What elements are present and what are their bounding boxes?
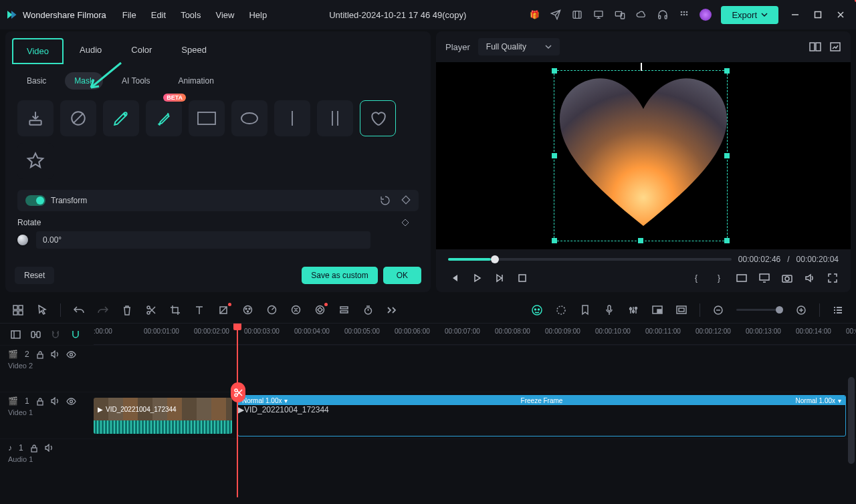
track-header-video1[interactable]: 🎬 1 Video 1: [0, 392, 94, 438]
brush-mask-icon[interactable]: BETA: [146, 100, 182, 136]
zoom-in-icon[interactable]: [795, 304, 807, 316]
rotate-value-input[interactable]: 0.00°: [36, 231, 370, 249]
collapse-tracks-icon[interactable]: [9, 328, 21, 340]
track-select-icon[interactable]: [338, 304, 350, 316]
timeline-tracks[interactable]: :00:0000:00:01:0000:00:02:0000:00:03:000…: [94, 324, 856, 497]
resize-handle-nw[interactable]: [552, 68, 557, 74]
subtab-mask[interactable]: Mask: [65, 72, 103, 90]
maximize-icon[interactable]: [813, 10, 823, 19]
clip-vid1-b[interactable]: Normal 1.00x▾ Freeze Frame Normal 1.00x▾…: [237, 395, 846, 436]
tab-audio[interactable]: Audio: [66, 38, 115, 64]
resize-handle-e[interactable]: [724, 153, 730, 158]
display-icon[interactable]: [758, 272, 770, 284]
fullscreen-icon[interactable]: [827, 272, 839, 284]
ratio-icon[interactable]: [736, 272, 748, 284]
next-frame-icon[interactable]: [494, 272, 506, 284]
lock-icon[interactable]: [36, 350, 44, 359]
pen-mask-icon[interactable]: [103, 100, 139, 136]
resize-handle-se[interactable]: [724, 238, 730, 243]
marker-icon[interactable]: [579, 304, 591, 316]
menu-help[interactable]: Help: [249, 10, 267, 20]
keyframe-transform-icon[interactable]: [401, 195, 411, 206]
crop-icon[interactable]: [169, 304, 181, 316]
gift-icon[interactable]: 🎁: [528, 9, 540, 21]
cloud-icon[interactable]: [635, 9, 647, 21]
subtab-aitools[interactable]: AI Tools: [112, 72, 159, 90]
playhead[interactable]: [237, 324, 238, 497]
clip-vid1-a[interactable]: ▶VID_20221004_172344: [94, 398, 232, 434]
tab-video[interactable]: Video: [12, 38, 64, 64]
camera-icon[interactable]: [781, 272, 793, 284]
more-tools-icon[interactable]: [386, 304, 398, 316]
play-icon[interactable]: [471, 272, 483, 284]
apps-icon[interactable]: [678, 9, 690, 21]
transform-section-header[interactable]: Transform: [17, 190, 419, 211]
resize-handle-sw[interactable]: [552, 238, 557, 243]
color-icon[interactable]: [241, 304, 253, 316]
import-mask-icon[interactable]: [17, 100, 54, 136]
menu-view[interactable]: View: [215, 10, 234, 20]
effects-icon[interactable]: [290, 304, 302, 316]
rectangle-mask-icon[interactable]: [189, 100, 225, 136]
track-lane-audio1[interactable]: [94, 438, 856, 472]
speed-icon[interactable]: [265, 304, 278, 316]
tab-color[interactable]: Color: [118, 38, 165, 64]
select-icon[interactable]: [36, 304, 48, 316]
close-icon[interactable]: [836, 10, 845, 19]
player-scrubber[interactable]: [448, 258, 732, 261]
delete-icon[interactable]: [121, 304, 133, 316]
transform-toggle[interactable]: [25, 195, 45, 206]
timer-icon[interactable]: [362, 304, 374, 316]
resize-handle-s[interactable]: [638, 238, 643, 243]
mark-in-icon[interactable]: {: [690, 272, 702, 284]
compare-view-icon[interactable]: [809, 41, 821, 53]
quality-dropdown[interactable]: Full Quality: [478, 38, 560, 55]
pip-icon[interactable]: [651, 304, 663, 316]
subtab-animation[interactable]: Animation: [169, 72, 223, 90]
undo-icon[interactable]: [73, 304, 85, 316]
track-lane-video2[interactable]: [94, 345, 856, 392]
headphones-icon[interactable]: [657, 9, 669, 21]
save-as-custom-button[interactable]: Save as custom: [302, 267, 377, 284]
reset-button[interactable]: Reset: [15, 267, 54, 284]
lock-icon[interactable]: [30, 444, 38, 453]
menu-file[interactable]: File: [122, 10, 136, 20]
menu-edit[interactable]: Edit: [151, 10, 166, 20]
magnet-icon[interactable]: [49, 328, 62, 340]
desktop-icon[interactable]: [593, 9, 605, 21]
rotate-slider[interactable]: [17, 235, 28, 245]
export-button[interactable]: Export: [721, 6, 778, 24]
reset-transform-icon[interactable]: [380, 195, 391, 206]
preview-viewport[interactable]: [436, 62, 851, 249]
zoom-out-icon[interactable]: [712, 304, 724, 316]
menu-tools[interactable]: Tools: [181, 10, 201, 20]
keyframe-rotate-icon[interactable]: [401, 219, 409, 227]
text-icon[interactable]: [193, 304, 205, 316]
volume-icon[interactable]: [804, 272, 816, 284]
time-ruler[interactable]: :00:0000:00:01:0000:00:02:0000:00:03:000…: [94, 324, 856, 345]
library-icon[interactable]: [571, 9, 583, 21]
adjust-icon[interactable]: [217, 304, 229, 316]
vertical-scrollbar[interactable]: [848, 377, 855, 464]
rotation-handle[interactable]: [641, 63, 642, 71]
minimize-icon[interactable]: [790, 10, 800, 19]
ai-icon[interactable]: [531, 304, 543, 316]
track-header-video2[interactable]: 🎬 2 Video 2: [0, 345, 94, 392]
heart-mask-icon[interactable]: [360, 100, 396, 136]
redo-icon[interactable]: [97, 304, 109, 316]
mark-out-icon[interactable]: }: [713, 272, 725, 284]
single-line-mask-icon[interactable]: [274, 100, 310, 136]
avatar-icon[interactable]: [700, 9, 712, 21]
resize-handle-w[interactable]: [552, 153, 557, 158]
link-tracks-icon[interactable]: [29, 328, 41, 340]
keyframe-icon[interactable]: [314, 304, 326, 316]
devices-icon[interactable]: [614, 9, 626, 21]
ellipse-mask-icon[interactable]: [231, 100, 268, 136]
mic-icon[interactable]: [603, 304, 615, 316]
mixer-icon[interactable]: [627, 304, 639, 316]
split-icon[interactable]: [145, 304, 157, 316]
send-icon[interactable]: [550, 9, 562, 21]
lock-icon[interactable]: [36, 397, 44, 406]
ok-button[interactable]: OK: [383, 267, 421, 284]
resize-handle-ne[interactable]: [724, 68, 730, 74]
